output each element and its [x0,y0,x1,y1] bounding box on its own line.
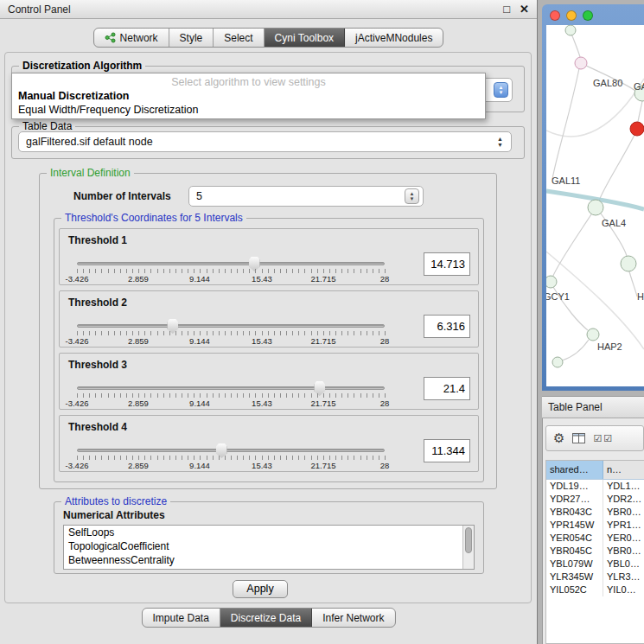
number-of-intervals-combo[interactable]: 5 ▲ ▼ [188,186,424,207]
combo-stepper-icon[interactable]: ▲ ▼ [493,134,507,150]
threshold-slider[interactable] [77,324,385,328]
close-icon[interactable]: ✕ [520,3,529,16]
minimize-window-icon[interactable] [566,10,577,21]
tab-cyni-toolbox-label: Cyni Toolbox [275,32,334,44]
checkbox-checked-icon[interactable]: ☑ [603,433,612,444]
table-data-combo[interactable]: galFiltered.sif default node ▲ ▼ [18,131,512,152]
gear-icon[interactable]: ⚙ [553,430,564,446]
tab-cyni-toolbox[interactable]: Cyni Toolbox [265,29,345,47]
table-cell: YDL19… [546,480,603,493]
dropdown-option-manual-discretization[interactable]: Manual Discretization [12,89,485,103]
scale-label: 2.859 [128,336,149,346]
tab-jactivemnodules-label: jActiveMNodules [355,32,432,44]
column-header-name[interactable]: n… [603,461,644,479]
slider-ticks [77,331,386,335]
threshold-label: Threshold 1 [68,234,127,246]
columns-icon[interactable] [572,433,585,443]
tab-infer-network[interactable]: Infer Network [312,609,394,627]
tab-select[interactable]: Select [214,29,264,47]
table-cell: YIL052C [546,583,603,596]
top-tab-bar: Network Style Select Cyni Toolbox jActiv… [93,28,444,48]
list-scrollbar[interactable] [462,526,474,569]
close-window-icon[interactable] [550,10,560,21]
interval-definition-title: Interval Definition [47,167,134,180]
table-cell: YER0… [603,532,644,545]
network-edge[interactable] [638,101,642,122]
dropdown-option-equal-width[interactable]: Equal Width/Frequency Discretization [12,103,485,117]
network-edge[interactable] [599,135,634,201]
threshold-value-field[interactable]: 14.713 [424,252,470,276]
window-controls: □ ✕ [503,3,529,16]
network-node[interactable] [552,357,563,367]
table-row[interactable]: YDL19…YDL1… [546,480,644,493]
tab-style[interactable]: Style [169,29,214,47]
table-cell: YDR2… [603,493,644,506]
table-row[interactable]: YDR27…YDR2… [546,493,644,506]
network-node[interactable] [575,57,587,69]
network-view-window: GAL80 GA GAL11 GAL4 GCY1 H HAP2 [542,4,644,391]
table-row[interactable]: YBR043CYBR0… [546,506,644,519]
scrollbar-thumb[interactable] [465,527,472,553]
combo-stepper-icon[interactable]: ▲ ▼ [405,188,419,204]
tab-network[interactable]: Network [94,29,169,47]
table-cell: YDR27… [546,493,603,506]
scale-label: 28 [380,399,390,408]
zoom-window-icon[interactable] [583,10,593,21]
table-cell: YBR043C [546,506,603,519]
table-row[interactable]: YBL079WYBL0… [546,558,644,571]
node-label: GA [634,81,644,92]
threshold-slider[interactable] [77,449,385,452]
number-of-intervals-label: Number of Intervals [73,190,171,202]
control-panel-titlebar: Control Panel □ ✕ [0,0,537,19]
node-label: HAP2 [597,341,622,352]
network-edge[interactable] [571,34,580,57]
table-cell: YBL079W [546,558,603,571]
tab-impute-data-label: Impute Data [152,612,208,624]
tab-jactivemnodules[interactable]: jActiveMNodules [345,29,443,47]
scale-label: 2.859 [128,461,149,470]
list-item[interactable]: SelfLoops [64,526,474,539]
float-icon[interactable]: □ [503,3,510,16]
scale-label: 21.715 [310,461,335,470]
network-node[interactable] [587,328,599,341]
table-row[interactable]: YIL052CYIL0… [546,583,644,596]
network-edge[interactable] [562,340,589,360]
column-header-shared-name[interactable]: shared… [546,461,603,479]
scale-label: 9.144 [189,274,210,284]
list-item[interactable]: BetweennessCentrality [64,553,474,567]
scale-label: 15.43 [252,461,272,470]
list-item[interactable]: TopologicalCoefficient [64,539,474,553]
table-row[interactable]: YLR345WYLR3… [546,571,644,583]
network-node[interactable] [588,200,603,215]
network-edge[interactable] [552,214,591,277]
apply-button[interactable]: Apply [233,580,288,598]
tab-impute-data[interactable]: Impute Data [142,609,220,627]
table-rows: YDL19…YDL1… YDR27…YDR2… YBR043CYBR0… YPR… [546,480,644,596]
threshold-slider[interactable] [77,262,385,265]
stepper-down-icon: ▼ [410,196,415,201]
table-panel-title: Table Panel [542,396,644,418]
tab-discretize-data[interactable]: Discretize Data [220,609,312,627]
threshold-slider[interactable] [77,386,385,390]
numerical-attributes-list[interactable]: SelfLoops TopologicalCoefficient Between… [63,525,475,570]
network-canvas[interactable]: GAL80 GA GAL11 GAL4 GCY1 H HAP2 [546,25,644,386]
table-row[interactable]: YBR045CYBR0… [546,545,644,558]
network-edge[interactable] [552,68,579,179]
table-cell: YBR045C [546,545,603,558]
network-node[interactable] [546,276,557,288]
stepper-down-icon: ▼ [497,142,503,148]
threshold-value-field[interactable]: 21.4 [424,377,470,400]
network-node[interactable] [621,256,636,271]
checkbox-checked-icon[interactable]: ☑ [593,433,602,444]
threshold-value-field[interactable]: 6.316 [424,315,470,338]
network-node-selected[interactable] [630,122,644,136]
network-node[interactable] [565,25,576,35]
window-traffic-lights [550,10,593,21]
combo-stepper-icon[interactable]: ▲ ▼ [494,82,508,98]
slider-ticks [77,393,386,398]
table-row[interactable]: YPR145WYPR1… [546,519,644,532]
table-cell: YER054C [546,532,603,545]
threshold-value-field[interactable]: 11.344 [424,439,470,462]
network-edge[interactable] [629,271,637,296]
table-row[interactable]: YER054CYER0… [546,532,644,545]
